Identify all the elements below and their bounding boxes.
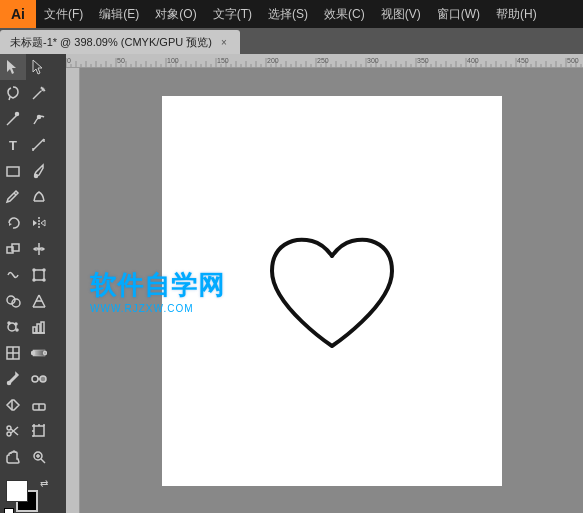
menu-help[interactable]: 帮助(H) xyxy=(488,0,545,28)
menu-select[interactable]: 选择(S) xyxy=(260,0,316,28)
shape-builder-tool[interactable] xyxy=(0,288,26,314)
gradient-tool[interactable] xyxy=(26,340,52,366)
canvas-area: 050100150200250300350400450500550 软件自学网 … xyxy=(66,54,583,513)
ruler-vertical xyxy=(66,68,80,513)
svg-line-6 xyxy=(33,139,44,150)
eraser-tool[interactable] xyxy=(26,392,52,418)
svg-text:0: 0 xyxy=(67,57,71,64)
tab-close-button[interactable]: × xyxy=(218,36,230,48)
shaper-tool[interactable] xyxy=(26,184,52,210)
svg-point-10 xyxy=(35,175,38,178)
tool-row-rect xyxy=(0,158,66,184)
main-layout: T xyxy=(0,54,583,513)
line-segment-tool[interactable] xyxy=(26,132,52,158)
tool-row-symbol xyxy=(0,314,66,340)
svg-text:100: 100 xyxy=(167,57,179,64)
ai-logo: Ai xyxy=(0,0,36,28)
pen-tool[interactable] xyxy=(0,106,26,132)
svg-text:200: 200 xyxy=(267,57,279,64)
svg-point-45 xyxy=(8,382,11,385)
tab-bar: 未标题-1* @ 398.09% (CMYK/GPU 预览) × xyxy=(0,28,583,54)
svg-text:150: 150 xyxy=(217,57,229,64)
reflect-tool[interactable] xyxy=(26,210,52,236)
svg-text:450: 450 xyxy=(517,57,529,64)
default-colors-button[interactable] xyxy=(4,508,14,513)
pencil-tool[interactable] xyxy=(0,184,26,210)
live-paint-bucket[interactable] xyxy=(0,392,26,418)
menu-type[interactable]: 文字(T) xyxy=(205,0,260,28)
svg-text:400: 400 xyxy=(467,57,479,64)
title-bar: Ai 文件(F) 编辑(E) 对象(O) 文字(T) 选择(S) 效果(C) 视… xyxy=(0,0,583,28)
svg-marker-0 xyxy=(7,60,16,74)
zoom-tool[interactable] xyxy=(26,444,52,470)
curvature-tool[interactable] xyxy=(26,106,52,132)
hand-tool[interactable] xyxy=(0,444,26,470)
column-graph-tool[interactable] xyxy=(26,314,52,340)
tool-row-scale xyxy=(0,236,66,262)
direct-selection-tool[interactable] xyxy=(26,54,52,80)
symbol-sprayer-tool[interactable] xyxy=(0,314,26,340)
fill-swatch[interactable] xyxy=(6,480,28,502)
svg-text:250: 250 xyxy=(317,57,329,64)
color-swatch-area: ⇄ xyxy=(0,476,66,513)
svg-point-43 xyxy=(32,352,35,355)
magic-wand-tool[interactable] xyxy=(26,80,52,106)
selection-tool[interactable] xyxy=(0,54,26,80)
eyedropper-tool[interactable] xyxy=(0,366,26,392)
scale-tool[interactable] xyxy=(0,236,26,262)
swap-colors-button[interactable]: ⇄ xyxy=(40,478,48,489)
svg-point-53 xyxy=(7,426,11,430)
rectangle-tool[interactable] xyxy=(0,158,26,184)
menu-edit[interactable]: 编辑(E) xyxy=(91,0,147,28)
tool-row-hand xyxy=(0,444,66,470)
tool-row-warp xyxy=(0,262,66,288)
svg-line-2 xyxy=(33,91,41,99)
rotate-tool[interactable] xyxy=(0,210,26,236)
svg-point-47 xyxy=(40,376,46,382)
artboard xyxy=(162,96,502,486)
menu-file[interactable]: 文件(F) xyxy=(36,0,91,28)
svg-line-64 xyxy=(41,459,45,463)
scissors-tool[interactable] xyxy=(0,418,26,444)
tool-row-1 xyxy=(0,54,66,80)
svg-text:300: 300 xyxy=(367,57,379,64)
blend-tool[interactable] xyxy=(26,366,52,392)
menu-effect[interactable]: 效果(C) xyxy=(316,0,373,28)
tool-row-shape-builder xyxy=(0,288,66,314)
lasso-tool[interactable] xyxy=(0,80,26,106)
type-tool[interactable]: T xyxy=(0,132,26,158)
width-tool[interactable] xyxy=(26,236,52,262)
menu-window[interactable]: 窗口(W) xyxy=(429,0,488,28)
mesh-tool[interactable] xyxy=(0,340,26,366)
warp-tool[interactable] xyxy=(0,262,26,288)
svg-marker-13 xyxy=(9,223,12,226)
svg-rect-37 xyxy=(41,322,44,333)
tool-row-pen xyxy=(0,106,66,132)
tool-row-pencil xyxy=(0,184,66,210)
free-transform-tool[interactable] xyxy=(26,262,52,288)
toolbar: T xyxy=(0,54,66,513)
svg-text:500: 500 xyxy=(567,57,579,64)
menu-bar: 文件(F) 编辑(E) 对象(O) 文字(T) 选择(S) 效果(C) 视图(V… xyxy=(36,0,583,28)
svg-marker-1 xyxy=(33,60,42,74)
active-tab[interactable]: 未标题-1* @ 398.09% (CMYK/GPU 预览) × xyxy=(0,30,240,54)
menu-object[interactable]: 对象(O) xyxy=(147,0,204,28)
svg-point-52 xyxy=(7,432,11,436)
svg-rect-35 xyxy=(33,327,36,333)
svg-point-22 xyxy=(43,269,45,271)
svg-marker-16 xyxy=(41,220,45,226)
menu-view[interactable]: 视图(V) xyxy=(373,0,429,28)
svg-point-4 xyxy=(16,113,19,116)
svg-point-32 xyxy=(8,322,10,324)
svg-rect-36 xyxy=(37,324,40,333)
heart-shape[interactable] xyxy=(252,216,412,366)
svg-line-11 xyxy=(14,193,16,195)
perspective-grid-tool[interactable] xyxy=(26,288,52,314)
svg-point-34 xyxy=(16,329,18,331)
svg-rect-9 xyxy=(7,167,19,176)
svg-text:50: 50 xyxy=(117,57,125,64)
artboard-tool[interactable] xyxy=(26,418,52,444)
paintbrush-tool[interactable] xyxy=(26,158,52,184)
canvas-background[interactable]: 软件自学网 WWW.RJZXW.COM xyxy=(80,68,583,513)
svg-point-23 xyxy=(33,279,35,281)
